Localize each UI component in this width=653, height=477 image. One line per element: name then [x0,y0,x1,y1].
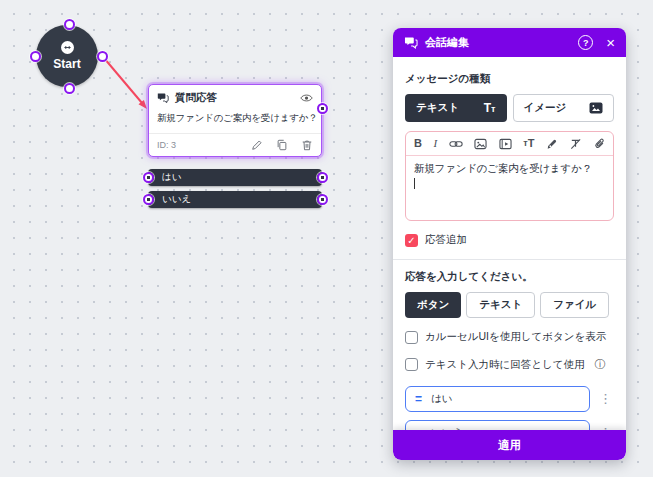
move-icon [61,41,74,54]
eye-icon[interactable] [300,93,313,103]
more-options-icon[interactable]: ⋮ [597,395,614,403]
info-icon[interactable]: ⓘ [594,357,605,372]
button-label: ファイル [553,298,596,312]
editor-toolbar: B I тT [406,132,613,156]
question-node-handle-right[interactable] [317,103,328,114]
node-id: ID: 3 [157,140,238,150]
panel-header: 会話編集 ? × [393,28,626,57]
button-label: テキスト [416,101,459,115]
video-embed-icon[interactable] [499,138,512,150]
help-icon[interactable]: ? [578,35,593,50]
start-handle-left[interactable] [30,51,41,62]
message-type-image-button[interactable]: イメージ [513,94,615,122]
chat-bubbles-icon [157,92,169,104]
start-node[interactable]: Start [36,25,98,87]
pill-no-handle-left[interactable] [143,194,154,205]
message-text: 新規ファンドのご案内を受けますか？ [414,162,592,174]
pill-label: はい [162,171,181,184]
message-type-label: メッセージの種類 [405,72,614,86]
canvas-answer-pill-no[interactable]: いいえ [148,191,322,208]
image-icon [589,102,603,114]
text-caret [414,178,415,189]
question-node-title: 質問応答 [175,91,294,105]
start-handle-right[interactable] [97,51,108,62]
start-handle-bottom[interactable] [64,83,75,94]
answer-label: はい [431,392,453,406]
duplicate-icon[interactable] [276,139,288,151]
rich-text-editor: B I тT [405,131,614,221]
start-node-label: Start [53,57,80,71]
answer-item-yes[interactable]: = はい [405,386,590,412]
response-type-file-button[interactable]: ファイル [540,292,609,318]
canvas-answer-pill-yes[interactable]: はい [148,169,322,186]
clear-format-icon[interactable] [569,138,582,150]
apply-button[interactable]: 適用 [393,430,626,460]
checkbox-label: テキスト入力時に回答として使用 [425,358,584,372]
conversation-edit-panel: 会話編集 ? × メッセージの種類 テキスト Tт イメージ [393,28,626,460]
button-label: イメージ [524,101,567,115]
carousel-ui-checkbox[interactable]: カルーセルUIを使用してボタンを表示 [405,330,614,344]
bold-icon[interactable]: B [414,138,422,149]
drag-handle-icon[interactable]: = [415,392,422,406]
use-as-answer-checkbox[interactable]: テキスト入力時に回答として使用 ⓘ [405,357,614,372]
message-type-text-button[interactable]: テキスト Tт [405,94,507,122]
response-type-button-button[interactable]: ボタン [405,292,461,318]
font-size-icon[interactable]: тT [523,138,534,149]
pen-icon[interactable] [546,138,558,150]
image-icon[interactable] [474,138,487,150]
pill-yes-handle-right[interactable] [317,172,328,183]
italic-icon[interactable]: I [433,138,437,149]
response-type-text-button[interactable]: テキスト [466,292,535,318]
checkbox-label: 応答追加 [425,233,467,247]
chat-bubbles-icon [404,36,418,49]
add-response-checkbox[interactable]: ✓ 応答追加 [405,233,614,247]
pill-yes-handle-left[interactable] [143,172,154,183]
flow-canvas[interactable]: Start 質問応答 新規ファンドのご案内を受けますか？ ID: 3 [0,0,653,477]
response-section-label: 応答を入力してください。 [405,270,614,284]
question-node-text: 新規ファンドのご案内を受けますか？ [149,109,321,133]
panel-title: 会話編集 [425,35,571,50]
checkbox-label: カルーセルUIを使用してボタンを表示 [425,330,606,344]
close-icon[interactable]: × [606,35,615,50]
section-divider [393,259,626,260]
checkbox-checked-icon[interactable]: ✓ [405,234,418,247]
pill-no-handle-right[interactable] [317,194,328,205]
delete-trash-icon[interactable] [301,139,313,151]
start-handle-top[interactable] [64,19,75,30]
edit-pencil-icon[interactable] [251,139,263,151]
checkbox-unchecked-icon[interactable] [405,358,418,371]
button-label: テキスト [479,298,522,312]
message-text-input[interactable]: 新規ファンドのご案内を受けますか？ [406,156,613,220]
attachment-icon[interactable] [594,137,605,150]
text-size-icon: Tт [484,101,496,115]
pill-label: いいえ [162,193,191,206]
link-icon[interactable] [449,138,463,150]
question-node[interactable]: 質問応答 新規ファンドのご案内を受けますか？ ID: 3 [148,84,322,157]
button-label: ボタン [417,298,449,312]
answer-item-row: = はい ⋮ [405,386,614,412]
checkbox-unchecked-icon[interactable] [405,331,418,344]
